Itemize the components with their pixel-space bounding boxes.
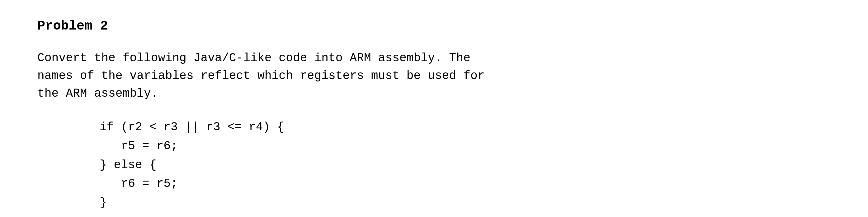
- code-line-5: }: [100, 193, 831, 212]
- problem-description: Convert the following Java/C-like code i…: [37, 49, 831, 102]
- description-line3: the ARM assembly.: [37, 84, 831, 102]
- problem-title: Problem 2: [37, 19, 831, 34]
- page-container: Problem 2 Convert the following Java/C-l…: [0, 0, 868, 217]
- code-line-1: if (r2 < r3 || r3 <= r4) {: [100, 118, 831, 137]
- code-line-2: r5 = r6;: [100, 137, 831, 156]
- code-block: if (r2 < r3 || r3 <= r4) { r5 = r6; } el…: [37, 118, 831, 212]
- code-line-3: } else {: [100, 156, 831, 175]
- description-line2: names of the variables reflect which reg…: [37, 67, 831, 84]
- description-line1: Convert the following Java/C-like code i…: [37, 49, 831, 67]
- code-line-4: r6 = r5;: [100, 174, 831, 193]
